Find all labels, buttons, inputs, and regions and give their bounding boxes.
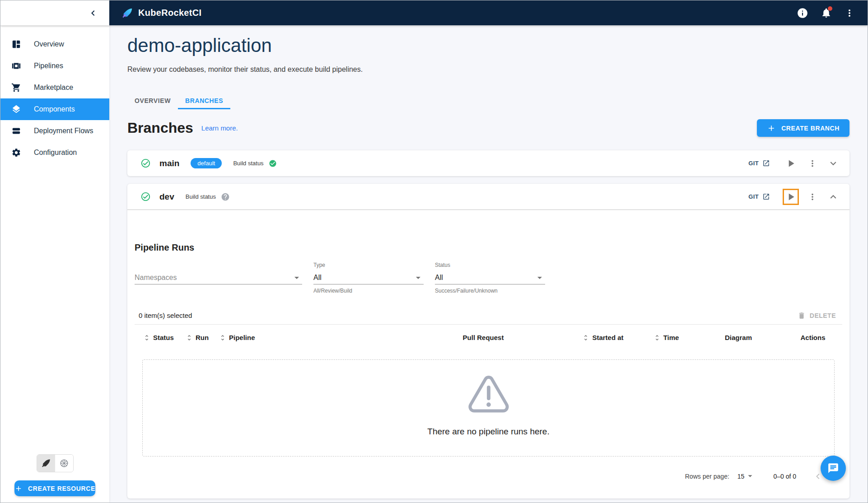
cart-icon — [11, 83, 21, 93]
status-helper: Success/Failure/Unknown — [435, 288, 545, 294]
create-branch-label: CREATE BRANCH — [781, 125, 840, 132]
chevron-left-icon — [88, 8, 98, 19]
sort-icon[interactable] — [143, 334, 150, 341]
column-header-diagram: Diagram — [693, 334, 784, 341]
topbar-menu-button[interactable] — [843, 7, 856, 19]
branches-section-head: Branches Learn more. CREATE BRANCH — [127, 119, 849, 137]
create-resource-button[interactable]: CREATE RESOURCE — [14, 480, 95, 496]
column-label: Started at — [592, 334, 623, 341]
git-label: GIT — [748, 193, 759, 200]
column-label: Pull Request — [463, 334, 504, 341]
dropdown-arrow-icon — [534, 272, 545, 283]
sidebar-item-overview[interactable]: Overview — [0, 33, 109, 55]
column-label: Diagram — [725, 334, 752, 341]
topbar: KubeRocketCI — [0, 0, 868, 25]
filters-row: Namespaces Type All — [135, 262, 842, 294]
empty-state: There are no pipeline runs here. — [142, 359, 835, 456]
plus-icon — [767, 124, 776, 133]
page-subtitle: Review your codebases, monitor their sta… — [127, 65, 849, 74]
sidebar-collapse-button[interactable] — [87, 7, 99, 19]
kubernetes-view-toggle[interactable] — [55, 455, 73, 472]
type-helper: All/Review/Build — [313, 288, 424, 294]
filter-label — [135, 262, 302, 271]
more-vert-icon — [844, 8, 855, 19]
branch-row: main default Build status GIT — [127, 150, 849, 176]
build-unknown-help-icon — [221, 192, 230, 201]
info-button[interactable] — [796, 7, 809, 19]
namespaces-select[interactable]: Namespaces — [135, 271, 302, 284]
status-select[interactable]: All — [435, 271, 545, 284]
branch-menu-button[interactable] — [805, 190, 820, 204]
sort-icon[interactable] — [219, 334, 226, 341]
brand-logo[interactable]: KubeRocketCI — [121, 7, 201, 19]
rocket-view-toggle[interactable] — [37, 455, 55, 472]
sidebar-item-marketplace[interactable]: Marketplace — [0, 77, 109, 98]
git-link[interactable]: GIT — [748, 159, 770, 167]
branch-status-check-icon — [140, 158, 151, 168]
branch-name: dev — [159, 192, 174, 202]
sidebar-header — [0, 0, 109, 26]
create-branch-button[interactable]: CREATE BRANCH — [757, 119, 849, 137]
main-content: demo-application Review your codebases, … — [109, 25, 868, 503]
column-header-started-at[interactable]: Started at — [567, 334, 639, 341]
column-header-actions: Actions — [784, 334, 842, 341]
pipeline-runs-panel: Pipeline Runs Namespaces Type — [127, 210, 849, 498]
rows-per-page-select[interactable]: 15 — [737, 471, 756, 482]
git-link[interactable]: GIT — [748, 193, 770, 200]
plus-icon — [14, 484, 23, 493]
chevron-down-icon — [827, 158, 839, 169]
expand-branch-button[interactable] — [826, 156, 840, 171]
tab-overview[interactable]: OVERVIEW — [127, 92, 178, 109]
dropdown-arrow-icon — [745, 471, 756, 482]
branch-actions: GIT — [748, 189, 840, 205]
branch-menu-button[interactable] — [805, 156, 820, 171]
type-select[interactable]: All — [313, 271, 424, 284]
notification-badge-dot — [828, 6, 832, 11]
build-status-label: Build status — [186, 193, 216, 200]
tab-bar: OVERVIEW BRANCHES — [127, 92, 849, 109]
dashboard-icon — [11, 39, 21, 49]
branch-card-main: main default Build status GIT — [127, 150, 849, 176]
type-filter: Type All All/Review/Build — [313, 262, 424, 294]
notifications-button[interactable] — [820, 7, 832, 19]
sidebar-item-pipelines[interactable]: Pipelines — [0, 55, 109, 77]
sort-icon[interactable] — [653, 334, 661, 341]
sort-icon[interactable] — [186, 334, 193, 341]
sidebar-item-deployment-flows[interactable]: Deployment Flows — [0, 120, 109, 142]
more-vert-icon — [807, 192, 817, 202]
sidebar-item-configuration[interactable]: Configuration — [0, 142, 109, 163]
gear-icon — [11, 148, 21, 158]
table-header-row: Status Run Pipeline — [135, 325, 842, 350]
delete-button[interactable]: DELETE — [798, 312, 836, 320]
status-filter: Status All Success/Failure/Unknown — [435, 262, 545, 294]
pipelines-icon — [11, 61, 21, 71]
tab-branches[interactable]: BRANCHES — [178, 92, 230, 109]
sidebar-menu: Overview Pipelines Marketplace Component… — [0, 26, 109, 163]
branch-card-dev: dev Build status GIT — [127, 184, 849, 498]
pagination: Rows per page: 15 0–0 of 0 — [135, 467, 842, 485]
build-play-button[interactable] — [784, 190, 798, 204]
layers-icon — [11, 104, 21, 114]
page-title: demo-application — [127, 34, 849, 57]
stacked-bars-icon — [11, 126, 21, 136]
status-filter-label: Status — [435, 262, 545, 271]
namespaces-placeholder: Namespaces — [135, 274, 177, 282]
column-header-pipeline[interactable]: Pipeline — [219, 334, 400, 341]
build-play-button[interactable] — [784, 156, 798, 171]
sidebar-item-label: Marketplace — [34, 84, 73, 92]
column-header-time[interactable]: Time — [639, 334, 693, 341]
open-in-new-icon — [762, 193, 770, 200]
trash-icon — [798, 312, 806, 320]
column-header-run[interactable]: Run — [186, 334, 219, 341]
sidebar-item-components[interactable]: Components — [0, 98, 109, 120]
learn-more-link[interactable]: Learn more. — [201, 124, 238, 132]
collapse-branch-button[interactable] — [826, 190, 840, 204]
dropdown-arrow-icon — [413, 272, 424, 283]
column-label: Run — [196, 334, 209, 341]
column-label: Actions — [800, 334, 825, 341]
highlighted-play-button-box — [783, 189, 799, 205]
chat-fab-button[interactable] — [821, 456, 846, 481]
sort-icon[interactable] — [582, 334, 589, 341]
column-header-status[interactable]: Status — [143, 334, 186, 341]
pipeline-runs-heading: Pipeline Runs — [135, 242, 842, 253]
